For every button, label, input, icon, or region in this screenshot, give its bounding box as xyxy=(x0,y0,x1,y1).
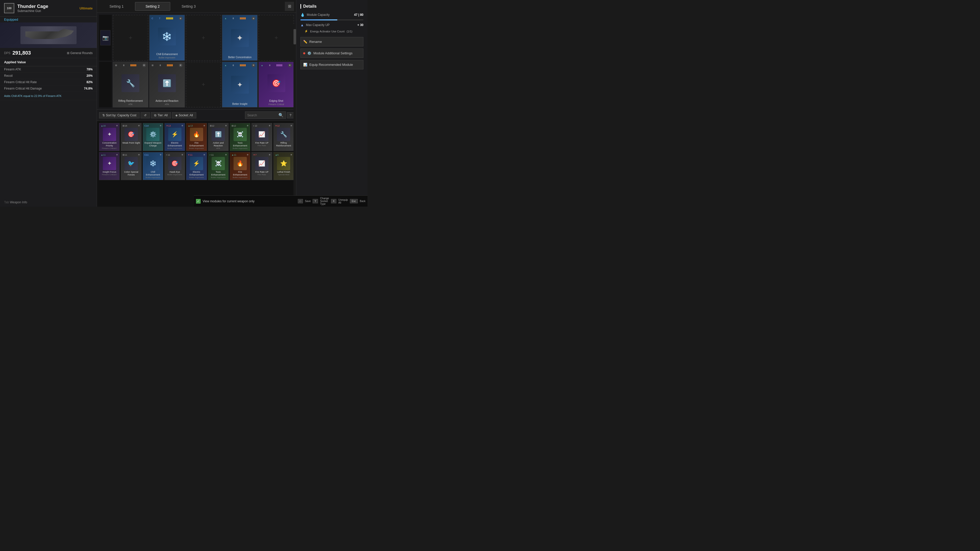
module-card-edging: ▲ 8 ⊕ 🎯 Edging Shot Firearm Critical xyxy=(259,62,294,107)
dps-value: 291,803 xyxy=(13,50,31,56)
module-icon-bg-edging: 🎯 xyxy=(267,74,285,92)
equipped-module-rifling[interactable]: ⊞ 8 ⊕ 🔧 Rifling Reinforcement ATK xyxy=(113,62,148,108)
energy-value: (1/1) xyxy=(347,30,352,33)
weapon-info: Thunder Cage Submachine Gun xyxy=(18,4,76,13)
list-item-rifling-12[interactable]: ✕12 ⊕ 🔧 Rifling Reinforcement xyxy=(273,123,294,151)
list-item-lethal-finish[interactable]: ▲6 ⊕ ⭐ Lethal Finish Special Mod xyxy=(273,152,294,180)
equip-icon: 📊 xyxy=(303,63,307,67)
stat-name-3: Firearm Critical Hit Rate xyxy=(4,80,37,84)
view-filter-label: View modules for current weapon only xyxy=(203,200,255,203)
list-item-toxic-12[interactable]: ⊞12 ⊕ ☠️ Toxic Enhancement Bullet Improv… xyxy=(230,123,250,151)
list-item-firerate-12[interactable]: r 12 ⊕ 📈 Fire Rate UP Fire Rate xyxy=(251,123,272,151)
list-name-3: Expand Weapon Charge xyxy=(144,141,162,147)
list-type-8: Fire Rate xyxy=(258,144,266,147)
help-btn[interactable]: ? xyxy=(287,112,294,118)
list-item-firerate-7[interactable]: ✕7 ⊕ 📈 Fire Rate UP Fire Rate xyxy=(251,152,272,180)
equip-recommended-btn[interactable]: 📊 Equip Recommended Module xyxy=(301,60,363,69)
list-item-hawkeye[interactable]: r 11 ⊕ 🎯 Hawk-Eye Bullet Improvem xyxy=(164,152,185,180)
list-top-15: r 11 ⊕ xyxy=(209,153,228,156)
bottom-keys: □ Save Y Change Socket Type X Unequip Al… xyxy=(296,195,368,206)
socket-btn[interactable]: ◈ Socket: All xyxy=(172,112,196,118)
weapon-info-bottom[interactable]: Tab Weapon Info xyxy=(4,200,27,204)
module-grid-wrapper: 📷 + C 7 ⊕ xyxy=(97,13,296,110)
module-list: ▲16 ⊕ ✦ Concentration Priority Firearm C… xyxy=(97,121,296,195)
module-type-action: ATK xyxy=(165,103,169,106)
list-type-5: Bullet Improvem xyxy=(189,147,204,149)
tab-setting3[interactable]: Setting 3 xyxy=(171,2,206,11)
weapon-level-badge: 100 xyxy=(4,3,14,13)
list-item-colon-special[interactable]: ⊞11 ⊕ 🐦 Colon Special Forces xyxy=(121,152,142,180)
list-icon-17: 📈 xyxy=(255,157,269,170)
list-icon-1: ✦ xyxy=(103,128,116,141)
module-card-concentration: ▲ 8 ⊕ ✦ Better Concentration xyxy=(222,15,257,60)
rename-icon: ✏️ xyxy=(303,40,307,44)
list-icon-15: ☠️ xyxy=(212,157,225,170)
stat-val-2: 20% xyxy=(86,74,93,78)
search-input[interactable] xyxy=(247,114,277,117)
search-wrap[interactable]: 🔍 xyxy=(245,111,286,119)
ammo-icon: ⊞ xyxy=(67,51,69,55)
list-type-6: ATK xyxy=(216,147,220,149)
module-slot-empty-r0c3[interactable]: + xyxy=(186,15,221,61)
scrollbar[interactable] xyxy=(293,24,296,195)
stat-name-2: Recoil xyxy=(4,74,13,78)
list-item-toxic-11[interactable]: r 11 ⊕ ☠️ Toxic Enhancement Bullet Impro… xyxy=(208,152,229,180)
tier-btn[interactable]: ⧉ Tier: All xyxy=(151,112,171,118)
scrollbar-thumb[interactable] xyxy=(293,29,296,44)
rename-btn[interactable]: ✏️ Rename xyxy=(301,37,363,46)
module-slot-empty-r0c1[interactable]: + xyxy=(113,15,148,61)
module-icon-area-conc: ✦ xyxy=(223,21,256,56)
equipped-module-insight[interactable]: ▲ 8 ⊕ ✦ Better Insight xyxy=(222,62,258,108)
capacity-bar-wrap xyxy=(301,19,363,21)
tab-key-label: Tab xyxy=(4,200,10,204)
key-esc[interactable]: Esc xyxy=(350,199,358,203)
equipped-module-edging[interactable]: ▲ 8 ⊕ 🎯 Edging Shot Firearm Critical xyxy=(259,62,294,108)
key-socket[interactable]: Y xyxy=(313,199,318,203)
list-icon-13: 🎯 xyxy=(168,157,181,170)
view-filter-checkbox[interactable]: ✓ xyxy=(196,199,200,203)
list-icon-10: ✦ xyxy=(103,157,116,170)
list-item-weak-point[interactable]: ⊞16 ⊕ 🎯 Weak Point Sight xyxy=(121,123,142,151)
list-item-concentration-priority[interactable]: ▲16 ⊕ ✦ Concentration Priority Firearm C… xyxy=(99,123,120,151)
module-top-bar-insight: ▲ 8 ⊕ xyxy=(223,63,256,68)
cost-bars-insight xyxy=(240,64,246,66)
module-settings-btn[interactable]: ⚙️ Module Additional Settings xyxy=(301,48,363,58)
list-item-fire-11[interactable]: ▲11 ⊕ 🔥 Fire Enhancement Bullet Improvem xyxy=(230,152,250,180)
weapon-image xyxy=(21,26,76,44)
list-item-electric-11[interactable]: ✕11 ⊕ ⚡ Electric Enhancement Bullet Impr… xyxy=(186,152,207,180)
list-item-action-12[interactable]: ⊞12 ⊕ ⬆️ Action and Reaction ATK xyxy=(208,123,229,151)
max-capacity-row: ▲ Max Capacity UP + 30 xyxy=(301,23,363,27)
list-item-insight-focus[interactable]: ▲11 ⊕ ✦ Insight Focus Firearm Critical I xyxy=(99,152,120,180)
module-icon-area-action: ⬆️ xyxy=(151,68,183,99)
list-item-fire-13[interactable]: ▲13 ⊕ 🔥 Fire Enhancement Bullet Improvem xyxy=(186,123,207,151)
stat-name-1: Firearm ATK xyxy=(4,68,21,71)
module-name-edging: Edging Shot xyxy=(269,99,284,103)
module-top-bar-action: ⊞ 8 ⊕ xyxy=(151,63,183,68)
list-top-1: ▲16 ⊕ xyxy=(100,124,118,127)
module-name-insight: Better Insight xyxy=(232,102,248,106)
refresh-btn[interactable]: ↺ xyxy=(141,112,150,118)
energy-icon: ⚡ xyxy=(304,30,308,33)
list-type-1: Firearm Critical I xyxy=(102,147,117,149)
cost-bars-conc xyxy=(240,17,246,19)
equip-label: Equip Recommended Module xyxy=(309,63,353,67)
list-item-expand-charge[interactable]: C14 ⊕ ⚙️ Expand Weapon Charge xyxy=(143,123,163,151)
module-icon-area-rifling: 🔧 xyxy=(114,68,147,99)
equipped-module-action[interactable]: ⊞ 8 ⊕ ⬆️ Action and Reaction ATK xyxy=(149,62,185,108)
tab-grid-icon[interactable]: ⊞ xyxy=(285,2,294,11)
equipped-module-chill[interactable]: C 7 ⊕ ❄️ Chill Enhancement Bullet Imp xyxy=(149,15,185,61)
list-icon-4: ⚡ xyxy=(168,128,181,141)
sort-btn[interactable]: ⇅ Sort by: Capacity Cost xyxy=(99,112,140,118)
key-unequip[interactable]: X xyxy=(331,199,336,203)
tab-setting2[interactable]: Setting 2 xyxy=(135,2,170,11)
module-slot-empty-r1c3[interactable]: + xyxy=(186,62,221,108)
equipped-module-concentration[interactable]: ▲ 8 ⊕ ✦ Better Concentration xyxy=(222,15,258,61)
list-item-chill-11[interactable]: C11 ⊕ ❄️ Chill Enhancement Bullet Improv… xyxy=(143,152,163,180)
list-item-electric-13[interactable]: ✕13 ⊕ ⚡ Electric Enhancement Bullet Impr… xyxy=(164,123,185,151)
key-save[interactable]: □ xyxy=(298,199,303,203)
rename-label: Rename xyxy=(309,40,322,44)
tab-setting1[interactable]: Setting 1 xyxy=(99,2,134,11)
module-slot-empty-r0c5[interactable]: + xyxy=(259,15,294,61)
cost-bars-edging xyxy=(277,64,282,66)
max-cap-label: Max Capacity UP xyxy=(306,23,355,27)
